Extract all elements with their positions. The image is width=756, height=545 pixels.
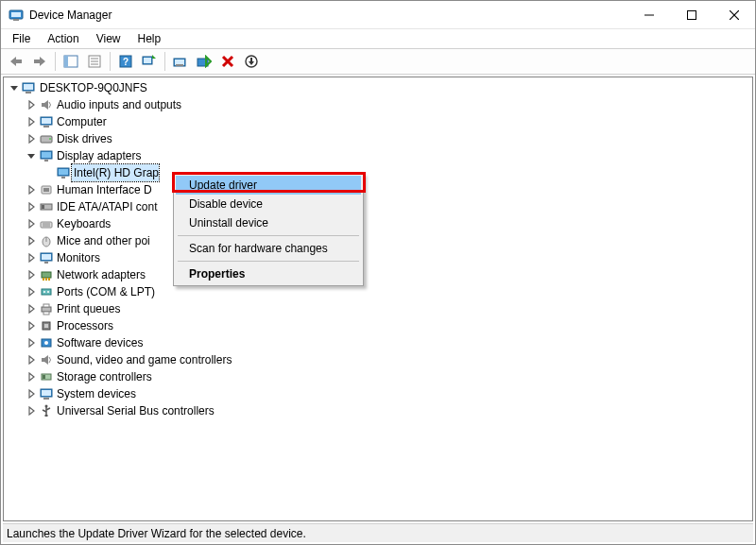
expand-toggle-icon[interactable] bbox=[25, 319, 38, 332]
svg-rect-49 bbox=[59, 169, 68, 175]
default-action-button[interactable] bbox=[240, 51, 263, 72]
back-button[interactable] bbox=[5, 51, 27, 72]
tree-item-label: Disk drives bbox=[55, 130, 112, 147]
tree-item-5[interactable]: IDE ATA/ATAPI cont bbox=[8, 198, 752, 215]
minimize-button[interactable] bbox=[627, 1, 670, 28]
tree-item-9[interactable]: Network adapters bbox=[8, 266, 752, 283]
menu-file[interactable]: File bbox=[5, 30, 38, 47]
svg-rect-56 bbox=[42, 205, 44, 209]
update-driver-button[interactable] bbox=[169, 51, 192, 72]
tree-item-15[interactable]: Storage controllers bbox=[8, 368, 752, 385]
toolbar-separator bbox=[110, 52, 111, 71]
sound-icon bbox=[38, 353, 55, 366]
tree-item-label: Human Interface D bbox=[55, 181, 152, 198]
help-button[interactable]: ? bbox=[114, 51, 137, 72]
forward-button[interactable] bbox=[28, 51, 51, 72]
expand-toggle-icon[interactable] bbox=[25, 302, 38, 315]
tree-item-0[interactable]: Audio inputs and outputs bbox=[8, 96, 752, 113]
tree-item-10[interactable]: Ports (COM & LPT) bbox=[8, 283, 752, 300]
svg-marker-31 bbox=[10, 86, 18, 91]
expand-toggle-icon[interactable] bbox=[25, 353, 38, 366]
expand-toggle-icon[interactable] bbox=[25, 387, 38, 400]
context-menu-item-0[interactable]: Update driver bbox=[176, 176, 361, 195]
svg-marker-96 bbox=[29, 407, 34, 415]
tree-item-12[interactable]: Processors bbox=[8, 317, 752, 334]
expand-toggle-icon[interactable] bbox=[25, 251, 38, 264]
menu-help[interactable]: Help bbox=[130, 30, 169, 47]
tree-root[interactable]: DESKTOP-9Q0JNFS bbox=[8, 79, 752, 96]
tree-item-label: Intel(R) HD Grap bbox=[72, 164, 159, 181]
expand-toggle-icon[interactable] bbox=[25, 98, 38, 111]
tree-item-16[interactable]: System devices bbox=[8, 385, 752, 402]
scan-hardware-button[interactable] bbox=[138, 51, 161, 72]
svg-rect-46 bbox=[42, 152, 51, 158]
expand-toggle-icon[interactable] bbox=[25, 183, 38, 196]
tree-item-4[interactable]: Human Interface D bbox=[8, 181, 752, 198]
expand-toggle-icon[interactable] bbox=[25, 115, 38, 128]
tree-item-8[interactable]: Monitors bbox=[8, 249, 752, 266]
svg-rect-33 bbox=[24, 84, 33, 90]
tree-item-2[interactable]: Disk drives bbox=[8, 130, 752, 147]
uninstall-button[interactable] bbox=[216, 51, 239, 72]
tree-child-3-0[interactable]: Intel(R) HD Grap bbox=[8, 164, 752, 181]
svg-marker-77 bbox=[29, 305, 34, 313]
tree-item-13[interactable]: Software devices bbox=[8, 334, 752, 351]
expand-toggle-icon[interactable] bbox=[42, 166, 55, 179]
svg-rect-4 bbox=[687, 10, 696, 19]
tree-item-1[interactable]: Computer bbox=[8, 113, 752, 130]
svg-point-76 bbox=[47, 291, 49, 293]
context-menu-item-6[interactable]: Properties bbox=[176, 264, 361, 283]
tree-item-label: Print queues bbox=[55, 300, 120, 317]
svg-marker-54 bbox=[29, 203, 34, 211]
svg-marker-57 bbox=[29, 220, 34, 228]
expand-toggle-icon[interactable] bbox=[25, 200, 38, 213]
tree-item-label: Monitors bbox=[55, 249, 100, 266]
display-icon bbox=[55, 166, 72, 179]
svg-rect-72 bbox=[48, 278, 50, 281]
close-button[interactable] bbox=[713, 1, 755, 28]
context-menu-item-4[interactable]: Scan for hardware changes bbox=[176, 239, 361, 258]
expand-toggle-icon[interactable] bbox=[25, 132, 38, 145]
tree-item-6[interactable]: Keyboards bbox=[8, 215, 752, 232]
tree-item-7[interactable]: Mice and other poi bbox=[8, 232, 752, 249]
svg-rect-71 bbox=[45, 278, 47, 281]
menu-view[interactable]: View bbox=[89, 30, 129, 47]
tree-item-11[interactable]: Print queues bbox=[8, 300, 752, 317]
svg-marker-73 bbox=[29, 288, 34, 296]
menu-action[interactable]: Action bbox=[40, 30, 86, 47]
svg-rect-40 bbox=[43, 126, 49, 128]
tree-item-label: Mice and other poi bbox=[55, 232, 150, 249]
expand-toggle-icon[interactable] bbox=[25, 336, 38, 349]
expand-toggle-icon[interactable] bbox=[25, 404, 38, 417]
svg-marker-37 bbox=[29, 118, 34, 126]
computer-root-icon bbox=[21, 81, 38, 94]
device-tree[interactable]: DESKTOP-9Q0JNFSAudio inputs and outputsC… bbox=[4, 77, 752, 419]
expand-toggle-icon[interactable] bbox=[25, 149, 38, 162]
print-icon bbox=[38, 302, 55, 315]
expand-toggle-icon[interactable] bbox=[25, 217, 38, 230]
context-menu: Update driverDisable deviceUninstall dev… bbox=[173, 173, 364, 286]
maximize-button[interactable] bbox=[670, 1, 713, 28]
tree-item-14[interactable]: Sound, video and game controllers bbox=[8, 351, 752, 368]
svg-rect-2 bbox=[13, 19, 19, 21]
properties-button[interactable] bbox=[83, 51, 106, 72]
tree-item-label: IDE ATA/ATAPI cont bbox=[55, 198, 157, 215]
expand-toggle-icon[interactable] bbox=[25, 268, 38, 281]
tree-item-17[interactable]: Universal Serial Bus controllers bbox=[8, 402, 752, 419]
tree-item-3[interactable]: Display adapters bbox=[8, 147, 752, 164]
svg-rect-39 bbox=[42, 118, 51, 124]
svg-rect-24 bbox=[176, 64, 183, 66]
context-menu-item-2[interactable]: Uninstall device bbox=[176, 213, 361, 232]
disable-button[interactable] bbox=[193, 51, 215, 72]
show-hide-tree-button[interactable] bbox=[60, 51, 82, 72]
svg-rect-79 bbox=[43, 304, 49, 307]
context-menu-item-1[interactable]: Disable device bbox=[176, 195, 361, 213]
svg-marker-61 bbox=[29, 237, 34, 245]
svg-rect-8 bbox=[16, 60, 22, 63]
expand-toggle-icon[interactable] bbox=[25, 370, 38, 383]
expand-toggle-icon[interactable] bbox=[8, 81, 21, 94]
expand-toggle-icon[interactable] bbox=[25, 234, 38, 247]
svg-rect-50 bbox=[61, 177, 65, 179]
expand-toggle-icon[interactable] bbox=[25, 285, 38, 298]
svg-rect-67 bbox=[44, 262, 48, 264]
